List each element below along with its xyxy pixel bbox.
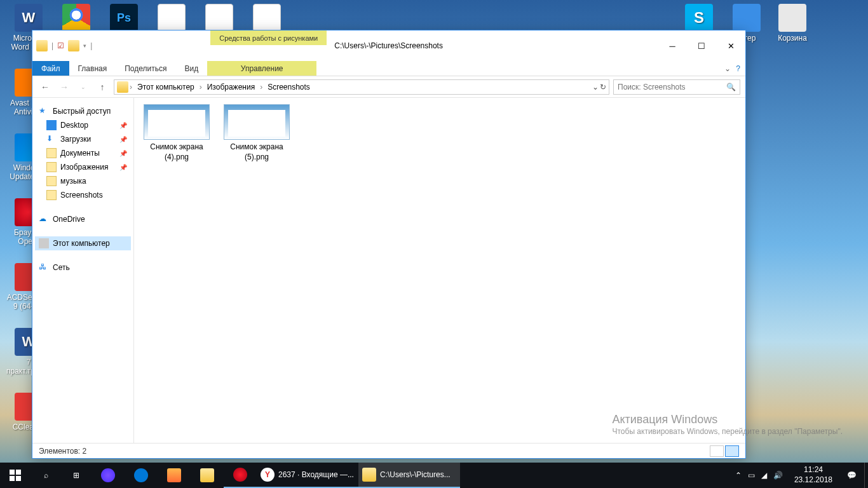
- titlebar[interactable]: | ☑ ▾ | Средства работы с рисунками C:\U…: [32, 30, 745, 61]
- sidebar-label: Загрузки: [60, 135, 91, 144]
- music-icon: [46, 176, 57, 186]
- file-thumbnail: [144, 104, 210, 140]
- sidebar-this-pc[interactable]: Этот компьютер: [35, 236, 131, 250]
- back-button[interactable]: ←: [37, 79, 53, 95]
- network-icon: 🖧: [39, 262, 49, 273]
- sidebar-label: OneDrive: [53, 215, 85, 224]
- wifi-icon[interactable]: ◢: [761, 471, 767, 480]
- view-details-button[interactable]: [710, 445, 724, 457]
- folder-icon: [117, 81, 128, 93]
- taskbar-clock[interactable]: 11:24 23.12.2018: [788, 465, 839, 485]
- pin-icon: 📌: [119, 122, 127, 129]
- help-icon[interactable]: ?: [736, 64, 740, 73]
- sidebar-pictures[interactable]: Изображения📌: [35, 160, 131, 174]
- qat-separator: |: [51, 41, 53, 50]
- taskbar: ⌕ ⊞ Y2637 · Входящие —... C:\Users\-\Pic…: [0, 463, 868, 488]
- volume-icon[interactable]: 🔊: [773, 471, 783, 480]
- pin-icon: 📌: [119, 150, 127, 157]
- qat-dropdown-icon[interactable]: ▾: [83, 43, 86, 49]
- ribbon-tab-file[interactable]: Файл: [32, 61, 69, 76]
- file-list[interactable]: Снимок экрана (4).png Снимок экрана (5).…: [134, 98, 745, 443]
- address-dropdown-icon[interactable]: ⌄: [592, 83, 599, 92]
- watermark-title: Активация Windows: [612, 413, 843, 426]
- chevron-right-icon[interactable]: ›: [130, 83, 132, 92]
- ribbon-tab-share[interactable]: Поделиться: [116, 61, 175, 76]
- status-item-count: Элементов: 2: [39, 447, 86, 456]
- battery-icon[interactable]: ▭: [748, 471, 755, 480]
- icon-label: Корзина: [770, 34, 815, 43]
- folder-icon: [362, 468, 376, 482]
- refresh-icon[interactable]: ↻: [600, 83, 606, 92]
- opera-icon: [233, 468, 247, 482]
- close-button[interactable]: ✕: [716, 30, 745, 61]
- sidebar-desktop[interactable]: Desktop📌: [35, 118, 131, 132]
- chevron-right-icon[interactable]: ›: [260, 83, 262, 92]
- file-item[interactable]: Снимок экрана (5).png: [218, 104, 295, 437]
- search-button[interactable]: ⌕: [31, 463, 61, 488]
- view-thumbnails-button[interactable]: [725, 445, 739, 457]
- sidebar-documents[interactable]: Документы📌: [35, 146, 131, 160]
- desktop-icon-image2[interactable]: [197, 4, 241, 34]
- search-input[interactable]: [618, 83, 726, 92]
- ribbon-expand-icon[interactable]: ⌄: [724, 64, 731, 73]
- folder-icon[interactable]: [36, 40, 48, 51]
- action-center-button[interactable]: 💬: [839, 463, 864, 488]
- desktop-icon-image3[interactable]: [245, 4, 289, 34]
- breadcrumb-item[interactable]: Screenshots: [264, 83, 314, 92]
- breadcrumb-item[interactable]: Этот компьютер: [133, 83, 198, 92]
- file-name: Снимок экрана (4).png: [138, 142, 215, 162]
- up-button[interactable]: ↑: [95, 79, 110, 95]
- sidebar-label: Документы: [60, 149, 100, 158]
- sidebar-label: Desktop: [60, 121, 88, 130]
- forward-button[interactable]: →: [57, 79, 72, 95]
- taskbar-edge[interactable]: [125, 463, 158, 488]
- task-label: C:\Users\-\Pictures...: [380, 470, 451, 479]
- contextual-tab-picture-tools: Средства работы с рисунками: [210, 30, 327, 45]
- yandex-icon: Y: [261, 468, 275, 482]
- address-bar[interactable]: › Этот компьютер › Изображения › Screens…: [114, 79, 609, 95]
- desktop-icon-image1[interactable]: [149, 4, 194, 34]
- show-desktop-button[interactable]: [864, 463, 868, 488]
- sidebar-onedrive[interactable]: ☁OneDrive: [35, 212, 131, 226]
- sidebar-quick-access[interactable]: ★Быстрый доступ: [35, 104, 131, 118]
- desktop-icon-photoshop[interactable]: Ps: [102, 4, 146, 34]
- chevron-right-icon[interactable]: ›: [200, 83, 202, 92]
- desktop-icon: [46, 120, 57, 130]
- breadcrumb-item[interactable]: Изображения: [203, 83, 259, 92]
- sidebar-network[interactable]: 🖧Сеть: [35, 261, 131, 274]
- start-button[interactable]: [0, 463, 31, 488]
- file-explorer-window: | ☑ ▾ | Средства работы с рисунками C:\U…: [32, 30, 746, 459]
- folder-icon[interactable]: [68, 40, 79, 51]
- ribbon-tab-view[interactable]: Вид: [175, 61, 207, 76]
- sidebar-music[interactable]: музыка: [35, 174, 131, 188]
- taskbar-cortana[interactable]: [92, 463, 125, 488]
- ribbon-tab-home[interactable]: Главная: [69, 61, 116, 76]
- search-box[interactable]: 🔍: [613, 79, 740, 95]
- task-view-button[interactable]: ⊞: [61, 463, 92, 488]
- desktop-icon-skype[interactable]: S: [677, 4, 721, 34]
- paint-icon: [167, 468, 181, 482]
- taskbar-explorer-window[interactable]: C:\Users\-\Pictures...: [358, 463, 460, 488]
- taskbar-opera[interactable]: [224, 463, 257, 488]
- maximize-button[interactable]: ☐: [687, 30, 716, 61]
- tray-overflow-icon[interactable]: ⌃: [735, 471, 742, 480]
- taskbar-paint[interactable]: [158, 463, 191, 488]
- sidebar-screenshots[interactable]: Screenshots: [35, 188, 131, 202]
- file-item[interactable]: Снимок экрана (4).png: [138, 104, 215, 437]
- desktop-icon-chrome[interactable]: [54, 4, 98, 34]
- desktop-icon-recycle-bin[interactable]: Корзина: [770, 4, 815, 43]
- recent-dropdown-icon[interactable]: ⌄: [76, 79, 91, 95]
- qat-check-icon[interactable]: ☑: [57, 41, 64, 50]
- search-icon[interactable]: 🔍: [726, 83, 736, 92]
- sidebar-label: музыка: [60, 177, 86, 186]
- clock-time: 11:24: [794, 465, 832, 475]
- ribbon-tabs: Файл Главная Поделиться Вид Управление ⌄…: [32, 61, 745, 76]
- minimize-button[interactable]: ─: [658, 30, 687, 61]
- sidebar-downloads[interactable]: ⬇Загрузки📌: [35, 132, 131, 146]
- sidebar-label: Изображения: [60, 163, 108, 172]
- sidebar-label: Сеть: [53, 263, 70, 272]
- ribbon-tab-manage[interactable]: Управление: [207, 61, 316, 76]
- taskbar-file-explorer-pinned[interactable]: [191, 463, 224, 488]
- sidebar-label: Быстрый доступ: [53, 107, 111, 116]
- taskbar-yandex[interactable]: Y2637 · Входящие —...: [257, 463, 358, 488]
